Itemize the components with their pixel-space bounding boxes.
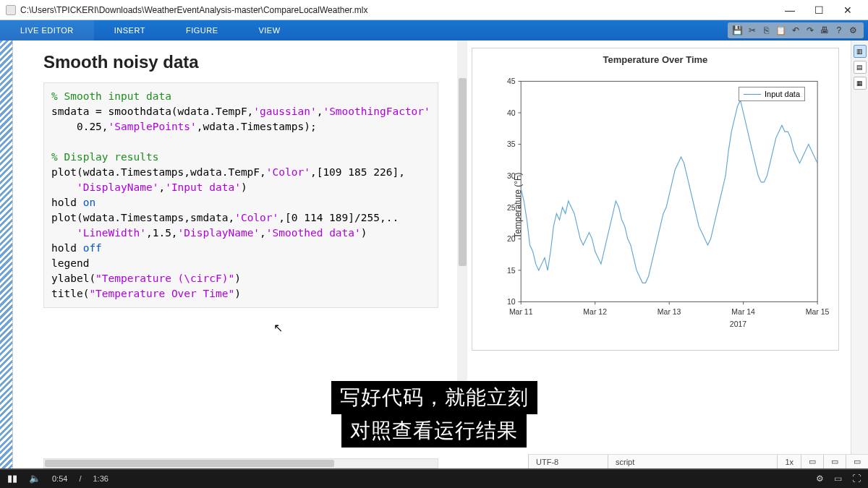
status-filetype: script xyxy=(608,455,777,468)
copy-icon[interactable]: ⎘ xyxy=(761,25,773,36)
save-icon[interactable]: 💾 xyxy=(732,25,744,36)
status-zoom[interactable]: 1x xyxy=(777,455,801,468)
fullscreen-icon[interactable]: ⛶ xyxy=(852,474,861,484)
video-player-bar: ▮▮ 🔈 0:54 / 1:36 ⚙ ▭ ⛶ xyxy=(0,468,868,488)
cut-icon[interactable]: ✂ xyxy=(746,25,758,36)
layout-output-right-button[interactable]: ▥ xyxy=(854,45,867,58)
redo-icon[interactable]: ↷ xyxy=(804,25,816,36)
status-encoding: UTF-8 xyxy=(528,455,608,468)
window-titlebar: C:\Users\TPICKERI\Downloads\WeatherEvent… xyxy=(0,0,868,20)
tab-live-editor[interactable]: LIVE EDITOR xyxy=(0,20,94,40)
window-minimize-button[interactable]: — xyxy=(775,1,804,19)
chart-svg: 1015202530354045Mar 11Mar 12Mar 13Mar 14… xyxy=(480,68,831,343)
layout-hide-code-button[interactable]: ▦ xyxy=(854,77,867,90)
help-icon[interactable]: ? xyxy=(833,25,845,36)
output-pane: Temperature Over Time Temperature (°F) 1… xyxy=(467,40,851,468)
tab-figure[interactable]: FIGURE xyxy=(166,20,239,40)
chart-ylabel: Temperature (°F) xyxy=(513,173,523,239)
editor-horizontal-scrollbar[interactable] xyxy=(43,458,438,468)
pause-button[interactable]: ▮▮ xyxy=(7,473,17,484)
svg-text:Mar 14: Mar 14 xyxy=(731,308,755,316)
gear-icon[interactable]: ⚙ xyxy=(848,25,859,36)
time-current: 0:54 xyxy=(52,474,67,483)
code-block[interactable]: % Smooth input data smdata = smoothdata(… xyxy=(43,82,438,308)
svg-text:Mar 15: Mar 15 xyxy=(806,308,830,316)
time-total: 1:36 xyxy=(93,474,108,483)
svg-text:2017: 2017 xyxy=(730,320,746,328)
chart-title: Temperature Over Time xyxy=(480,54,831,65)
pip-icon[interactable]: ▭ xyxy=(834,474,842,484)
svg-text:Mar 13: Mar 13 xyxy=(658,308,681,316)
legend-label: Input data xyxy=(765,90,800,98)
cursor-icon: ↖ xyxy=(273,321,283,335)
tab-view[interactable]: VIEW xyxy=(238,20,300,40)
progress-track[interactable] xyxy=(0,468,868,470)
quick-access-toolbar: 💾 ✂ ⎘ 📋 ↶ ↷ 🖶 ? ⚙ xyxy=(728,22,864,38)
chart-container: Temperature Over Time Temperature (°F) 1… xyxy=(472,48,839,351)
toolstrip: LIVE EDITOR INSERT FIGURE VIEW 💾 ✂ ⎘ 📋 ↶… xyxy=(0,20,868,40)
svg-text:35: 35 xyxy=(507,140,516,148)
svg-text:10: 10 xyxy=(507,298,516,306)
chart-plot-area[interactable]: Temperature (°F) 1015202530354045Mar 11M… xyxy=(480,68,831,343)
svg-text:Mar 11: Mar 11 xyxy=(509,308,533,316)
time-sep: / xyxy=(79,474,81,483)
paste-icon[interactable]: 📋 xyxy=(775,25,787,36)
app-icon xyxy=(6,5,16,15)
status-bar: UTF-8 script 1x ▭ ▭ ▭ xyxy=(528,454,868,468)
status-layout1-icon[interactable]: ▭ xyxy=(801,455,823,468)
editor-vertical-scrollbar[interactable] xyxy=(457,40,467,444)
chart-legend[interactable]: Input data xyxy=(739,87,805,101)
print-icon[interactable]: 🖶 xyxy=(819,25,830,36)
right-rail: ▥ ▤ ▦ xyxy=(851,40,868,468)
layout-output-inline-button[interactable]: ▤ xyxy=(854,61,867,74)
window-close-button[interactable]: ✕ xyxy=(833,1,862,19)
status-layout2-icon[interactable]: ▭ xyxy=(823,455,846,468)
section-heading: Smooth noisy data xyxy=(13,48,467,82)
svg-rect-0 xyxy=(521,81,817,301)
status-layout3-icon[interactable]: ▭ xyxy=(846,455,868,468)
settings-icon[interactable]: ⚙ xyxy=(816,474,824,484)
svg-text:40: 40 xyxy=(507,109,516,117)
tab-insert[interactable]: INSERT xyxy=(94,20,166,40)
editor-pane: Smooth noisy data % Smooth input data sm… xyxy=(13,40,467,468)
undo-icon[interactable]: ↶ xyxy=(790,25,801,36)
legend-line-icon xyxy=(744,94,761,95)
svg-text:15: 15 xyxy=(507,267,516,275)
left-gutter-ribbon xyxy=(0,40,13,468)
volume-icon[interactable]: 🔈 xyxy=(29,473,41,484)
window-maximize-button[interactable]: ☐ xyxy=(804,1,833,19)
svg-text:Mar 12: Mar 12 xyxy=(583,308,607,316)
window-title-path: C:\Users\TPICKERI\Downloads\WeatherEvent… xyxy=(20,5,775,15)
svg-text:45: 45 xyxy=(507,77,516,85)
